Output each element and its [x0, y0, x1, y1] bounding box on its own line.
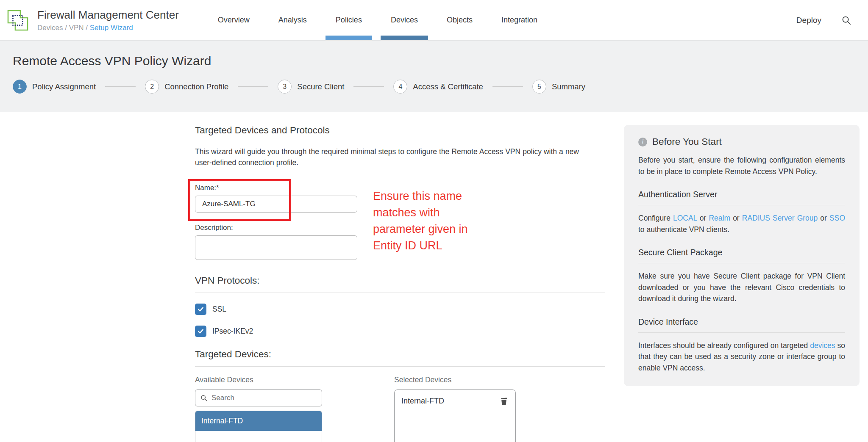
divider — [638, 332, 845, 333]
annotation-text: Ensure this name matches with parameter … — [373, 188, 468, 254]
step-number: 1 — [13, 80, 27, 94]
check-icon — [197, 328, 204, 335]
app-title: Firewall Management Center — [37, 8, 179, 22]
secure-client-package-heading: Secure Client Package — [638, 248, 845, 257]
step-summary[interactable]: 5 Summary — [532, 80, 585, 94]
wizard-form: Targeted Devices and Protocols This wiza… — [195, 112, 605, 442]
device-interface-text: Interfaces should be already configured … — [638, 340, 845, 374]
tab-integration[interactable]: Integration — [487, 0, 552, 40]
step-secure-client[interactable]: 3 Secure Client — [278, 80, 344, 94]
delete-device-icon[interactable] — [499, 396, 509, 406]
search-icon — [200, 394, 208, 402]
auth-server-text: Configure LOCAL or Realm or RADIUS Serve… — [638, 213, 845, 235]
targeted-devices-heading: Targeted Devices: — [195, 349, 605, 360]
sso-link[interactable]: SSO — [829, 214, 845, 222]
breadcrumb: Devices / VPN / Setup Wizard — [37, 24, 179, 32]
selected-devices-panel: Selected Devices Internal-FTD — [394, 376, 516, 442]
name-input[interactable] — [195, 196, 357, 213]
tab-analysis[interactable]: Analysis — [264, 0, 321, 40]
step-access-certificate[interactable]: 4 Access & Certificate — [393, 80, 483, 94]
divider — [195, 293, 605, 293]
text-segment: Configure — [638, 214, 673, 222]
selected-device-name: Internal-FTD — [401, 397, 444, 406]
page-content: Targeted Devices and Protocols This wiza… — [0, 112, 868, 442]
form-heading: Targeted Devices and Protocols — [195, 125, 605, 136]
device-search-box — [195, 390, 322, 406]
page-title: Remote Access VPN Policy Wizard — [13, 41, 855, 68]
deploy-button[interactable]: Deploy — [796, 16, 821, 25]
auth-server-heading: Authentication Server — [638, 190, 845, 199]
wizard-band: Remote Access VPN Policy Wizard 1 Policy… — [0, 41, 868, 112]
radius-server-group-link[interactable]: RADIUS Server Group — [742, 214, 818, 222]
annotation-line: matches with — [373, 204, 468, 221]
step-number: 2 — [145, 80, 159, 94]
form-intro: This wizard will guide you through the r… — [195, 146, 579, 168]
tab-devices[interactable]: Devices — [376, 0, 432, 40]
divider — [638, 263, 845, 263]
description-input[interactable] — [195, 235, 357, 260]
sidebar-intro: Before you start, ensure the following c… — [638, 155, 845, 177]
step-connector — [353, 86, 384, 87]
cisco-fmc-logo-icon — [7, 9, 29, 31]
divider — [195, 366, 605, 367]
local-link[interactable]: LOCAL — [673, 214, 697, 222]
ssl-label: SSL — [212, 305, 226, 314]
ipsec-ikev2-label: IPsec-IKEv2 — [212, 327, 253, 336]
check-icon — [197, 306, 204, 313]
vpn-protocols-heading: VPN Protocols: — [195, 275, 605, 286]
tab-overview[interactable]: Overview — [203, 0, 264, 40]
policy-form-area: Name:* Ensure this name matches with par… — [195, 184, 605, 442]
step-number: 5 — [532, 80, 546, 94]
step-number: 3 — [278, 80, 292, 94]
header-right: Deploy — [796, 15, 852, 26]
title-block: Firewall Management Center Devices / VPN… — [37, 8, 179, 32]
sidebar-title-row: Before You Start — [638, 136, 845, 147]
text-segment: or — [697, 214, 709, 222]
realm-link[interactable]: Realm — [709, 214, 730, 222]
app-header: Firewall Management Center Devices / VPN… — [0, 0, 868, 41]
step-connection-profile[interactable]: 2 Connection Profile — [145, 80, 228, 94]
annotation-line: Ensure this name — [373, 188, 468, 204]
step-label: Policy Assignment — [32, 82, 96, 91]
annotation-line: parameter given in — [373, 221, 468, 238]
sidebar-title: Before You Start — [652, 136, 722, 147]
device-picker: Available Devices Internal-FTD Selected … — [195, 376, 605, 442]
breadcrumb-current[interactable]: Setup Wizard — [90, 24, 133, 32]
step-policy-assignment[interactable]: 1 Policy Assignment — [13, 80, 96, 94]
step-label: Access & Certificate — [413, 82, 483, 91]
tab-policies[interactable]: Policies — [321, 0, 376, 40]
step-connector — [105, 86, 136, 87]
selected-device-list: Internal-FTD — [394, 390, 516, 442]
selected-device-row: Internal-FTD — [401, 396, 509, 406]
device-interface-heading: Device Interface — [638, 317, 845, 327]
search-icon[interactable] — [841, 15, 852, 26]
step-label: Connection Profile — [164, 82, 228, 91]
selected-devices-label: Selected Devices — [394, 376, 516, 384]
list-item-internal-ftd[interactable]: Internal-FTD — [195, 411, 322, 431]
available-devices-label: Available Devices — [195, 376, 322, 384]
text-segment: to authenticate VPN clients. — [638, 225, 729, 234]
breadcrumb-path: Devices / VPN / — [37, 24, 90, 32]
device-search-input[interactable] — [211, 394, 317, 402]
text-segment: or — [818, 214, 829, 222]
main-nav: Overview Analysis Policies Devices Objec… — [203, 0, 552, 40]
wizard-stepper: 1 Policy Assignment 2 Connection Profile… — [13, 80, 855, 94]
before-you-start-panel: Before You Start Before you start, ensur… — [624, 125, 860, 386]
ssl-checkbox[interactable] — [195, 304, 206, 315]
step-connector — [492, 86, 523, 87]
step-connector — [238, 86, 268, 87]
protocol-ipsec-row: IPsec-IKEv2 — [195, 326, 605, 337]
ipsec-ikev2-checkbox[interactable] — [195, 326, 206, 337]
secure-client-package-text: Make sure you have Secure Client package… — [638, 271, 845, 304]
info-icon — [638, 138, 647, 146]
available-devices-panel: Available Devices Internal-FTD — [195, 376, 322, 442]
available-device-list: Internal-FTD — [195, 411, 322, 442]
text-segment: Interfaces should be already configured … — [638, 341, 810, 350]
devices-link[interactable]: devices — [810, 341, 835, 350]
step-label: Secure Client — [297, 82, 344, 91]
step-number: 4 — [393, 80, 407, 94]
divider — [638, 205, 845, 205]
annotation-line: Entity ID URL — [373, 238, 468, 254]
step-label: Summary — [552, 82, 585, 91]
tab-objects[interactable]: Objects — [432, 0, 487, 40]
